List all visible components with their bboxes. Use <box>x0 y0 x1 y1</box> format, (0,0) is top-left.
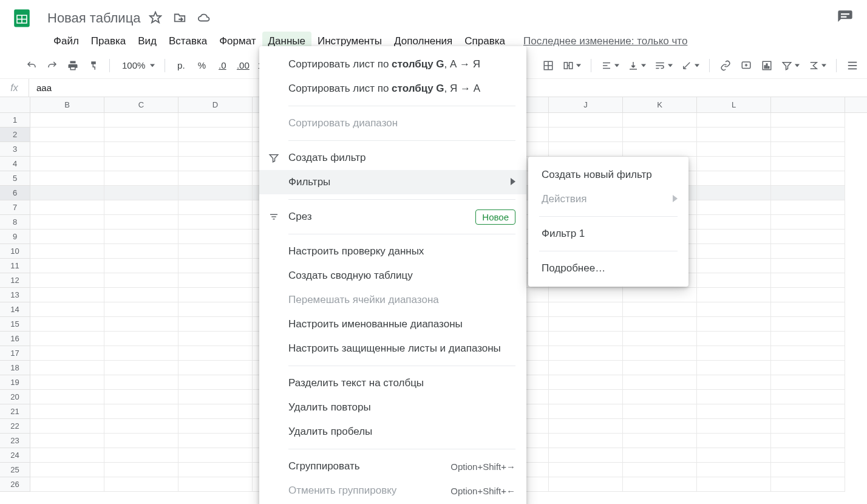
cell[interactable] <box>30 448 104 463</box>
merge-dropdown[interactable] <box>560 60 583 71</box>
cell[interactable] <box>104 157 178 171</box>
cell[interactable] <box>178 259 253 273</box>
currency-button[interactable]: р. <box>172 57 189 74</box>
cell[interactable] <box>697 404 771 419</box>
submenu-create-new-filter[interactable]: Создать новый фильтр <box>528 163 688 187</box>
cell[interactable] <box>104 317 178 332</box>
cell[interactable] <box>771 448 845 463</box>
cell[interactable] <box>623 375 697 390</box>
cell[interactable] <box>697 302 771 317</box>
cell[interactable] <box>178 361 253 375</box>
row-header[interactable]: 15 <box>0 317 30 332</box>
cell[interactable] <box>549 142 623 157</box>
row-header[interactable]: 25 <box>0 463 30 477</box>
cell[interactable] <box>104 273 178 288</box>
cell[interactable] <box>30 142 104 157</box>
cell[interactable] <box>178 171 253 186</box>
cell[interactable] <box>771 186 845 200</box>
cell[interactable] <box>178 157 253 171</box>
cell[interactable] <box>104 463 178 477</box>
cell[interactable] <box>549 361 623 375</box>
row-header[interactable]: 10 <box>0 244 30 259</box>
menu-format[interactable]: Формат <box>213 32 262 51</box>
cell[interactable] <box>30 317 104 332</box>
cell[interactable] <box>623 477 697 492</box>
cell[interactable] <box>771 244 845 259</box>
sheets-logo[interactable] <box>10 6 34 30</box>
cell[interactable] <box>104 346 178 361</box>
cell[interactable] <box>771 259 845 273</box>
cell[interactable] <box>104 142 178 157</box>
cloud-icon[interactable] <box>197 11 211 26</box>
cell[interactable] <box>30 434 104 448</box>
cell[interactable] <box>549 404 623 419</box>
cell[interactable] <box>771 463 845 477</box>
cell[interactable] <box>104 230 178 244</box>
wrap-dropdown[interactable] <box>652 60 675 71</box>
cell[interactable] <box>178 317 253 332</box>
cell[interactable] <box>178 375 253 390</box>
row-header[interactable]: 13 <box>0 288 30 302</box>
menuitem-protected[interactable]: Настроить защищенные листы и диапазоны <box>259 336 526 361</box>
cell[interactable] <box>623 404 697 419</box>
cell[interactable] <box>697 186 771 200</box>
cell[interactable] <box>697 448 771 463</box>
menuitem-sort-asc[interactable]: Сортировать лист по столбцу G, А → Я <box>259 52 526 77</box>
cell[interactable] <box>30 346 104 361</box>
cell[interactable] <box>104 128 178 142</box>
cell[interactable] <box>104 288 178 302</box>
cell[interactable] <box>104 171 178 186</box>
cell[interactable] <box>30 171 104 186</box>
filter-toolbar-dropdown[interactable] <box>779 60 802 71</box>
cell[interactable] <box>771 404 845 419</box>
cell[interactable] <box>771 390 845 404</box>
cell[interactable] <box>178 128 253 142</box>
insert-comment-icon[interactable] <box>738 57 755 74</box>
cell[interactable] <box>30 113 104 128</box>
cell[interactable] <box>178 142 253 157</box>
cell[interactable] <box>178 200 253 215</box>
row-header[interactable]: 14 <box>0 302 30 317</box>
menuitem-split-text[interactable]: Разделить текст на столбцы <box>259 371 526 395</box>
cell[interactable] <box>104 332 178 346</box>
cell[interactable] <box>178 244 253 259</box>
cell[interactable] <box>697 244 771 259</box>
cell[interactable] <box>30 215 104 230</box>
cell[interactable] <box>178 230 253 244</box>
cell[interactable] <box>104 361 178 375</box>
cell[interactable] <box>771 200 845 215</box>
cell[interactable] <box>104 113 178 128</box>
cell[interactable] <box>178 404 253 419</box>
menuitem-named-ranges[interactable]: Настроить именованные диапазоны <box>259 312 526 336</box>
cell[interactable] <box>697 346 771 361</box>
cell[interactable] <box>178 463 253 477</box>
row-header[interactable]: 6 <box>0 186 30 200</box>
cell[interactable] <box>549 317 623 332</box>
row-header[interactable]: 18 <box>0 361 30 375</box>
submenu-more[interactable]: Подробнее… <box>528 256 688 281</box>
menu-file[interactable]: Файл <box>47 32 85 51</box>
cell[interactable] <box>697 361 771 375</box>
cell[interactable] <box>30 288 104 302</box>
cell[interactable] <box>697 128 771 142</box>
row-header[interactable]: 26 <box>0 477 30 492</box>
submenu-filter-1[interactable]: Фильтр 1 <box>528 222 688 246</box>
row-header[interactable]: 11 <box>0 259 30 273</box>
cell[interactable] <box>771 215 845 230</box>
cell[interactable] <box>623 463 697 477</box>
cell[interactable] <box>697 171 771 186</box>
row-header[interactable]: 1 <box>0 113 30 128</box>
cell[interactable] <box>623 390 697 404</box>
hide-menus-icon[interactable] <box>844 57 861 74</box>
row-header[interactable]: 21 <box>0 404 30 419</box>
row-header[interactable]: 17 <box>0 346 30 361</box>
cell[interactable] <box>30 404 104 419</box>
col-header[interactable]: D <box>178 97 253 112</box>
cell[interactable] <box>549 113 623 128</box>
cell[interactable] <box>30 200 104 215</box>
percent-button[interactable]: % <box>193 57 210 74</box>
cell[interactable] <box>623 288 697 302</box>
cell[interactable] <box>104 390 178 404</box>
cell[interactable] <box>623 302 697 317</box>
cell[interactable] <box>30 273 104 288</box>
